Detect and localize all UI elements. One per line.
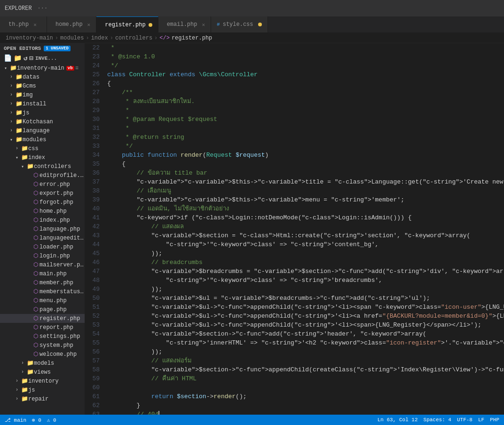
sidebar-file-loader-php[interactable]: ⬡loader.php: [0, 242, 85, 251]
breadcrumb-part-1[interactable]: modules: [60, 35, 84, 41]
status-errors[interactable]: ⊗ 0: [32, 417, 41, 423]
folder-icon: 📁: [15, 100, 23, 107]
status-spaces[interactable]: Spaces: 4: [424, 417, 451, 423]
sidebar-folder-Kotchasan[interactable]: ›📁Kotchasan: [0, 117, 85, 126]
sidebar-file-index-php[interactable]: ⬡index.php: [0, 216, 85, 225]
sidebar-folder-js[interactable]: ›📁js: [0, 385, 85, 394]
line-num-40: 40: [85, 204, 100, 213]
code-line-22: *: [107, 43, 504, 52]
folder-arrow: ›: [8, 119, 15, 124]
file-icon: ⬡: [32, 225, 39, 233]
sidebar-folder-views[interactable]: ›📁views: [0, 368, 85, 377]
line-num-30: 30: [85, 115, 100, 124]
status-line-ending[interactable]: LF: [478, 417, 484, 423]
line-num-63: 63: [85, 410, 100, 415]
file-label: mailserver.php: [39, 262, 85, 268]
tab-close-home[interactable]: ✕: [87, 22, 91, 28]
sidebar-folder-datas[interactable]: ›📁datas: [0, 72, 85, 81]
file-icon: ⬡: [32, 270, 39, 277]
file-icon: ⬡: [32, 172, 39, 179]
tab-email[interactable]: email.php✕: [158, 16, 211, 32]
folder-icon: 📁: [26, 163, 34, 170]
sidebar-file-welcome-php[interactable]: ⬡welcome.php: [0, 350, 85, 359]
code-line-25: class Controller extends \Gcms\Controlle…: [107, 70, 504, 79]
sidebar-file-menu-php[interactable]: ⬡menu.php: [0, 296, 85, 305]
folder-label: models: [34, 360, 54, 367]
title-bar: EXPLORER ···: [0, 0, 504, 16]
sidebar-file-mailserver-php[interactable]: ⬡mailserver.php: [0, 260, 85, 269]
sidebar-folder-Gcms[interactable]: ›📁Gcms: [0, 81, 85, 90]
sidebar-file-report-php[interactable]: ⬡report.php: [0, 323, 85, 332]
sidebar-file-memberstatus-p---[interactable]: ⬡memberstatus.p...: [0, 287, 85, 296]
new-file-icon[interactable]: 📄: [4, 54, 12, 62]
sidebar-file-member-php[interactable]: ⬡member.php: [0, 278, 85, 287]
code-line-44: "c-string">'"c-keyword">class' => "c-str…: [107, 240, 504, 249]
sidebar-file-export-php[interactable]: ⬡export.php: [0, 189, 85, 198]
sidebar-file-register-php[interactable]: ⬡register.php: [0, 314, 85, 323]
file-label: login.php: [39, 253, 70, 259]
sidebar-folder-index[interactable]: ▾📁index: [0, 153, 85, 162]
sidebar-folder-controllers[interactable]: ▾📁controllers: [0, 162, 85, 171]
status-branch[interactable]: ⎇ main: [5, 417, 26, 423]
file-icon: ⬡: [32, 351, 39, 358]
status-warnings[interactable]: ⚠ 0: [47, 417, 56, 423]
code-line-39: "c-variable">"c-variable">$this->"c-vari…: [107, 195, 504, 204]
title-bar-menu[interactable]: ···: [38, 5, 48, 12]
code-line-45: ));: [107, 249, 504, 258]
line-num-41: 41: [85, 213, 100, 222]
tab-unsaved-register: [149, 23, 152, 27]
tab-close-th[interactable]: ✕: [33, 22, 37, 28]
folder-arrow: ›: [8, 74, 15, 80]
breadcrumb-part-0[interactable]: inventory-main: [6, 35, 53, 41]
sidebar-file-languageedit-php[interactable]: ⬡languageedit.php: [0, 233, 85, 242]
file-icon: ⬡: [32, 333, 39, 340]
sidebar-file-page-php[interactable]: ⬡page.php: [0, 305, 85, 314]
sidebar-file-language-php[interactable]: ⬡language.php: [0, 225, 85, 233]
breadcrumb-part-3[interactable]: controllers: [115, 35, 152, 41]
sidebar-file-login-php[interactable]: ⬡login.php: [0, 251, 85, 260]
breadcrumb-part-2[interactable]: index: [91, 35, 108, 41]
folder-arrow: ›: [8, 101, 15, 106]
refresh-icon[interactable]: ↺: [24, 54, 27, 62]
new-folder-icon[interactable]: 📁: [14, 54, 22, 62]
tab-th[interactable]: th.php✕: [0, 16, 47, 32]
file-icon: ⬡: [32, 315, 39, 322]
sidebar-folder-img[interactable]: ›📁img: [0, 90, 85, 99]
sidebar-folder-models[interactable]: ›📁models: [0, 359, 85, 368]
sidebar-folder-inventory-main[interactable]: ▾📁inventory-mainvb≡: [0, 64, 85, 72]
sidebar-folder-repair[interactable]: ›📁repair: [0, 394, 85, 403]
sidebar-file-main-php[interactable]: ⬡main.php: [0, 269, 85, 278]
sidebar-file-error-php[interactable]: ⬡error.php: [0, 180, 85, 189]
folder-icon: 📁: [21, 154, 28, 161]
sidebar-folder-inventory[interactable]: ›📁inventory: [0, 377, 85, 385]
status-right: Ln 63, Col 12 Spaces: 4 UTF-8 LF PHP: [378, 417, 499, 423]
tab-register[interactable]: register.php: [96, 16, 158, 32]
status-language[interactable]: PHP: [490, 417, 499, 423]
line-num-57: 57: [85, 356, 100, 365]
sidebar-file-settings-php[interactable]: ⬡settings.php: [0, 332, 85, 341]
sidebar: OPEN EDITORS1 UNSAVED 📄 📁 ↺ ⊟ INVE... ▾📁…: [0, 43, 85, 415]
status-encoding[interactable]: UTF-8: [457, 417, 472, 423]
sidebar-folder-language[interactable]: ›📁language: [0, 126, 85, 135]
menu-icon: ≡: [75, 65, 79, 72]
file-label: editprofile.php: [39, 172, 85, 179]
vb-badge: vb: [66, 66, 74, 71]
line-num-51: 51: [85, 303, 100, 312]
tab-home[interactable]: home.php✕: [47, 16, 96, 32]
folder-icon: 📁: [15, 136, 23, 143]
sidebar-folder-css[interactable]: ›📁css: [0, 144, 85, 153]
sidebar-folder-install[interactable]: ›📁install: [0, 99, 85, 108]
tab-style[interactable]: #style.css: [211, 16, 268, 32]
sidebar-folder-modules[interactable]: ▾📁modules: [0, 135, 85, 144]
file-label: page.php: [39, 306, 67, 313]
sidebar-file-home-php[interactable]: ⬡home.php: [0, 207, 85, 216]
sidebar-file-forgot-php[interactable]: ⬡forgot.php: [0, 198, 85, 207]
editor-content[interactable]: 2223242526272829303132333435363738394041…: [85, 43, 504, 415]
sidebar-file-system-php[interactable]: ⬡system.php: [0, 341, 85, 350]
code-lines[interactable]: * * @since 1.0 */class Controller extend…: [103, 43, 504, 415]
sidebar-file-editprofile-php[interactable]: ⬡editprofile.php: [0, 171, 85, 180]
collapse-icon[interactable]: ⊟: [29, 54, 33, 62]
sidebar-folder-js[interactable]: ›📁js: [0, 108, 85, 117]
tab-close-email[interactable]: ✕: [202, 22, 205, 28]
status-position[interactable]: Ln 63, Col 12: [378, 417, 418, 423]
